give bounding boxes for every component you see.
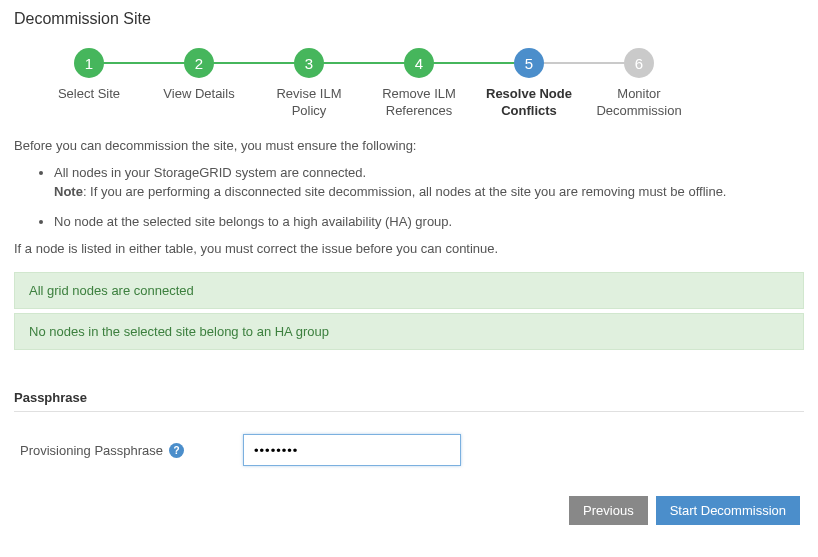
step-resolve-node-conflicts: 5 Resolve Node Conflicts — [474, 48, 584, 120]
step-connector — [199, 62, 309, 64]
provisioning-passphrase-input[interactable] — [243, 434, 461, 466]
step-number: 3 — [294, 48, 324, 78]
step-label: Select Site — [58, 86, 120, 103]
step-connector — [89, 62, 199, 64]
button-row: Previous Start Decommission — [14, 496, 804, 525]
step-number: 6 — [624, 48, 654, 78]
bullet-text-line1: All nodes in your StorageGRID system are… — [54, 165, 366, 180]
previous-button[interactable]: Previous — [569, 496, 648, 525]
passphrase-label: Provisioning Passphrase ? — [14, 443, 219, 458]
passphrase-section-header: Passphrase — [14, 390, 804, 412]
wizard-stepper: 1 Select Site 2 View Details 3 Revise IL… — [14, 48, 804, 120]
step-label: Resolve Node Conflicts — [479, 86, 579, 120]
step-connector — [419, 62, 529, 64]
step-select-site: 1 Select Site — [34, 48, 144, 103]
info-text: If a node is listed in either table, you… — [14, 241, 804, 256]
help-icon[interactable]: ? — [169, 443, 184, 458]
step-remove-ilm-references: 4 Remove ILM References — [364, 48, 474, 120]
step-label: Monitor Decommission — [589, 86, 689, 120]
note-text: : If you are performing a disconnected s… — [83, 184, 727, 199]
step-label: Remove ILM References — [369, 86, 469, 120]
status-banner-connected: All grid nodes are connected — [14, 272, 804, 309]
note-label: Note — [54, 184, 83, 199]
requirements-list: All nodes in your StorageGRID system are… — [14, 163, 804, 232]
step-number: 2 — [184, 48, 214, 78]
list-item: All nodes in your StorageGRID system are… — [54, 163, 804, 202]
step-number: 5 — [514, 48, 544, 78]
start-decommission-button[interactable]: Start Decommission — [656, 496, 800, 525]
step-label: View Details — [163, 86, 234, 103]
step-view-details: 2 View Details — [144, 48, 254, 103]
step-revise-ilm-policy: 3 Revise ILM Policy — [254, 48, 364, 120]
step-label: Revise ILM Policy — [259, 86, 359, 120]
status-banner-ha-group: No nodes in the selected site belong to … — [14, 313, 804, 350]
step-number: 1 — [74, 48, 104, 78]
step-monitor-decommission: 6 Monitor Decommission — [584, 48, 694, 120]
page-title: Decommission Site — [14, 10, 804, 28]
passphrase-label-text: Provisioning Passphrase — [20, 443, 163, 458]
step-number: 4 — [404, 48, 434, 78]
step-connector — [529, 62, 639, 64]
intro-text: Before you can decommission the site, yo… — [14, 138, 804, 153]
passphrase-form-row: Provisioning Passphrase ? — [14, 434, 804, 466]
list-item: No node at the selected site belongs to … — [54, 212, 804, 232]
step-connector — [309, 62, 419, 64]
